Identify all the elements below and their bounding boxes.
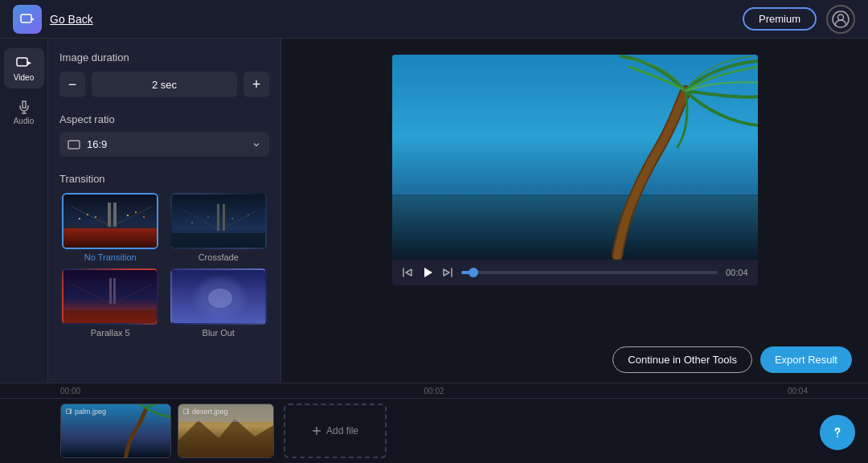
timeline: 00:00 00:02 00:04 palm.jpeg <box>0 383 868 463</box>
svg-point-49 <box>837 436 838 437</box>
timeline-ruler: 00:00 00:02 00:04 <box>0 383 868 399</box>
skip-forward-button[interactable] <box>442 267 453 278</box>
sidebar-item-audio[interactable]: Audio <box>4 92 44 132</box>
clip-palm-label: palm.jpeg <box>66 408 106 416</box>
transition-grid: No Transition <box>59 193 269 338</box>
sidebar-item-video[interactable]: Video <box>4 48 44 88</box>
svg-rect-41 <box>67 409 71 414</box>
ruler-mark-1: 00:02 <box>309 387 559 395</box>
transition-blur-out-thumb <box>170 268 267 325</box>
duration-increase-button[interactable]: + <box>244 72 269 97</box>
clip-palm-filename: palm.jpeg <box>75 408 106 416</box>
svg-point-2 <box>838 14 844 20</box>
transition-no-transition-thumb <box>62 193 158 249</box>
player-controls: 00:04 <box>392 260 758 285</box>
app-logo <box>13 5 42 34</box>
timeline-clip-palm[interactable]: palm.jpeg <box>60 404 171 458</box>
svg-rect-8 <box>63 228 158 249</box>
preview-area: 00:04 Continue in Other Tools Export Res… <box>281 39 868 383</box>
add-icon <box>312 426 321 436</box>
svg-point-18 <box>143 216 145 218</box>
sidebar-audio-label: Audio <box>14 117 35 125</box>
svg-point-16 <box>127 215 129 216</box>
go-back-link[interactable]: Go Back <box>50 13 93 26</box>
clip-desert-filename: desert.jpeg <box>192 408 228 416</box>
svg-rect-43 <box>184 409 188 414</box>
transition-crossfade-label: Crossfade <box>199 252 239 262</box>
action-buttons: Continue in Other Tools Export Result <box>612 346 852 373</box>
svg-point-15 <box>95 216 96 218</box>
svg-point-26 <box>207 216 209 218</box>
video-frame <box>392 55 758 260</box>
svg-point-25 <box>191 222 193 223</box>
skip-back-button[interactable] <box>402 267 413 278</box>
svg-point-13 <box>79 218 80 219</box>
header-right: Premium <box>743 5 855 34</box>
aspect-ratio-select-inner: 16:9 <box>68 138 107 150</box>
header-left: Go Back <box>13 5 93 34</box>
add-file-button[interactable]: Add file <box>284 404 387 458</box>
transition-crossfade-thumb <box>170 193 267 249</box>
help-button[interactable] <box>820 415 855 450</box>
svg-rect-22 <box>217 204 219 231</box>
video-preview <box>392 55 758 260</box>
header: Go Back Premium <box>0 0 868 39</box>
svg-point-28 <box>248 214 249 215</box>
svg-point-27 <box>231 218 233 219</box>
svg-rect-12 <box>113 203 117 227</box>
chevron-down-icon <box>252 140 261 150</box>
svg-rect-39 <box>392 195 758 260</box>
ruler-mark-2: 00:04 <box>559 387 808 395</box>
image-duration-label: Image duration <box>59 51 269 64</box>
duration-decrease-button[interactable]: − <box>59 72 85 97</box>
aspect-ratio-label: Aspect ratio <box>59 113 269 125</box>
ruler-mark-0: 00:00 <box>60 387 309 395</box>
export-result-button[interactable]: Export Result <box>760 346 852 373</box>
transition-no-transition[interactable]: No Transition <box>59 193 162 262</box>
svg-rect-32 <box>109 278 112 304</box>
transition-parallax5-thumb <box>62 268 158 325</box>
transition-crossfade[interactable]: Crossfade <box>168 193 270 262</box>
svg-point-37 <box>208 289 232 308</box>
duration-input[interactable] <box>92 72 237 97</box>
transition-parallax5-label: Parallax 5 <box>91 328 130 338</box>
transition-parallax5[interactable]: Parallax 5 <box>59 268 162 338</box>
svg-rect-34 <box>63 310 158 325</box>
main-layout: Video Audio Image duration − + Aspect ra… <box>0 39 868 383</box>
premium-button[interactable]: Premium <box>743 7 817 31</box>
clip-desert-label: desert.jpeg <box>183 408 228 416</box>
transition-blur-out[interactable]: Blur Out <box>168 268 270 338</box>
timeline-clip-desert[interactable]: desert.jpeg <box>178 404 274 458</box>
svg-rect-0 <box>21 14 31 23</box>
play-button[interactable] <box>421 266 434 279</box>
svg-point-14 <box>87 214 88 215</box>
svg-rect-3 <box>17 58 27 66</box>
settings-panel: Image duration − + Aspect ratio 16:9 Tra… <box>48 39 281 383</box>
svg-rect-23 <box>223 204 225 231</box>
aspect-ratio-select[interactable]: 16:9 <box>59 132 269 157</box>
sidebar-icons: Video Audio <box>0 39 48 383</box>
transition-blur-out-label: Blur Out <box>203 328 235 338</box>
aspect-ratio-value: 16:9 <box>87 138 107 150</box>
sidebar-video-label: Video <box>14 73 34 82</box>
svg-rect-33 <box>113 278 116 304</box>
progress-dot <box>469 268 478 277</box>
svg-rect-6 <box>68 141 80 149</box>
svg-rect-24 <box>172 233 267 249</box>
add-file-label: Add file <box>326 425 358 436</box>
transition-label: Transition <box>59 173 269 185</box>
timeline-tracks: palm.jpeg <box>0 399 868 463</box>
progress-bar[interactable] <box>461 271 718 274</box>
time-display: 00:04 <box>726 268 748 277</box>
user-avatar[interactable] <box>826 5 855 34</box>
transition-no-transition-label: No Transition <box>84 252 137 262</box>
svg-point-17 <box>135 211 137 213</box>
svg-rect-11 <box>108 203 111 227</box>
continue-other-tools-button[interactable]: Continue in Other Tools <box>612 346 752 373</box>
duration-control: − + <box>59 72 269 97</box>
